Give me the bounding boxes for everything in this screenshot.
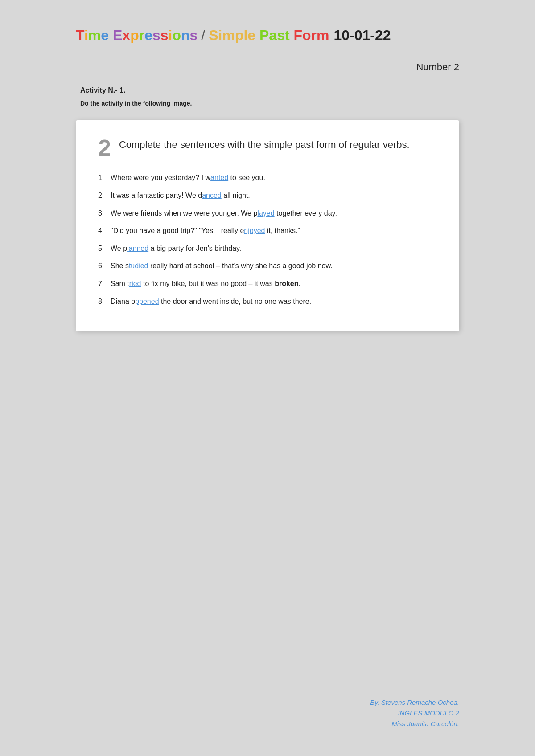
footer-line1: By. Stevens Remache Ochoa. xyxy=(76,697,459,708)
list-item: 6 She studied really hard at school – th… xyxy=(98,260,437,272)
list-item: 5 We planned a big party for Jen's birth… xyxy=(98,243,437,254)
footer-line3: Miss Juanita Carcelén. xyxy=(76,719,459,729)
card-header: 2 Complete the sentences with the simple… xyxy=(98,138,437,159)
number-label: Number 2 xyxy=(76,61,459,73)
list-item: 4 "Did you have a good trip?" "Yes, I re… xyxy=(98,225,437,237)
activity-label: Activity N.- 1. xyxy=(80,86,125,94)
blank-1: anted xyxy=(210,174,228,181)
blank-2: anced xyxy=(202,192,222,199)
activity-card: 2 Complete the sentences with the simple… xyxy=(76,120,459,331)
activity-instruction: Do the activity in the following image. xyxy=(80,100,192,107)
list-item: 3 We were friends when we were younger. … xyxy=(98,208,437,219)
blank-8: ppened xyxy=(135,298,159,305)
list-item: 1 Where were you yesterday? I wanted to … xyxy=(98,172,437,184)
card-exercise-number: 2 xyxy=(98,136,111,159)
card-title: Complete the sentences with the simple p… xyxy=(119,138,410,152)
blank-4: njoyed xyxy=(244,227,265,234)
blank-6: tudied xyxy=(129,262,148,270)
page-title: Time Expressions / Simple Past Form 10-0… xyxy=(76,27,391,44)
blank-5: lanned xyxy=(127,245,148,252)
list-item: 2 It was a fantastic party! We danced al… xyxy=(98,190,437,201)
footer-line2: INGLES MODULO 2 xyxy=(76,708,459,719)
list-item: 8 Diana oppened the door and went inside… xyxy=(98,296,437,307)
sentences-list: 1 Where were you yesterday? I wanted to … xyxy=(98,172,437,307)
list-item: 7 Sam tried to fix my bike, but it was n… xyxy=(98,278,437,290)
blank-3: layed xyxy=(257,209,274,217)
footer: By. Stevens Remache Ochoa. INGLES MODULO… xyxy=(76,697,459,729)
blank-7: ried xyxy=(129,280,141,287)
title-time-expressions: Time Expressions xyxy=(76,27,198,44)
